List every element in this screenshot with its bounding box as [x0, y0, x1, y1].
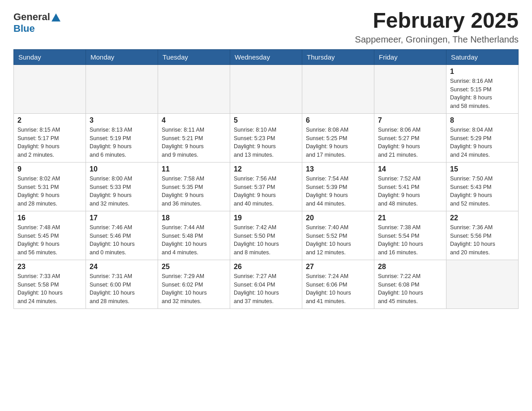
day-number: 4 [162, 116, 226, 124]
calendar-cell: 28Sunrise: 7:22 AMSunset: 6:08 PMDayligh… [374, 260, 446, 308]
day-number: 17 [90, 214, 154, 222]
day-number: 26 [234, 263, 298, 271]
day-number: 11 [162, 165, 226, 173]
calendar-week-row: 1Sunrise: 8:16 AMSunset: 5:15 PMDaylight… [14, 64, 519, 113]
calendar-cell: 21Sunrise: 7:38 AMSunset: 5:54 PMDayligh… [374, 211, 446, 260]
weekday-header-sunday: Sunday [14, 49, 86, 64]
day-number: 8 [450, 116, 515, 124]
day-number: 21 [378, 214, 442, 222]
day-number: 23 [17, 263, 82, 271]
calendar-cell [446, 260, 519, 308]
calendar-cell: 2Sunrise: 8:15 AMSunset: 5:17 PMDaylight… [14, 113, 86, 162]
day-info: Sunrise: 8:11 AMSunset: 5:21 PMDaylight:… [162, 126, 226, 159]
day-number: 18 [162, 214, 226, 222]
calendar-week-row: 23Sunrise: 7:33 AMSunset: 5:58 PMDayligh… [14, 260, 519, 308]
calendar-cell: 5Sunrise: 8:10 AMSunset: 5:23 PMDaylight… [230, 113, 302, 162]
calendar-cell [14, 64, 86, 113]
day-info: Sunrise: 7:33 AMSunset: 5:58 PMDaylight:… [17, 272, 82, 306]
day-number: 10 [90, 165, 154, 173]
weekday-header-friday: Friday [374, 49, 446, 64]
day-info: Sunrise: 7:52 AMSunset: 5:41 PMDaylight:… [378, 175, 442, 208]
day-info: Sunrise: 8:02 AMSunset: 5:31 PMDaylight:… [17, 175, 82, 208]
day-info: Sunrise: 7:56 AMSunset: 5:37 PMDaylight:… [234, 175, 298, 208]
logo-triangle-icon [51, 13, 60, 21]
day-number: 13 [306, 165, 370, 173]
calendar-cell: 25Sunrise: 7:29 AMSunset: 6:02 PMDayligh… [158, 260, 230, 308]
weekday-header-monday: Monday [86, 49, 158, 64]
day-info: Sunrise: 7:24 AMSunset: 6:06 PMDaylight:… [306, 272, 370, 306]
logo-general: General [13, 11, 60, 23]
calendar-cell: 9Sunrise: 8:02 AMSunset: 5:31 PMDaylight… [14, 162, 86, 211]
day-number: 27 [306, 263, 370, 271]
calendar-cell [86, 64, 158, 113]
day-number: 12 [234, 165, 298, 173]
calendar-cell: 10Sunrise: 8:00 AMSunset: 5:33 PMDayligh… [86, 162, 158, 211]
day-number: 28 [378, 263, 442, 271]
day-info: Sunrise: 7:22 AMSunset: 6:08 PMDaylight:… [378, 272, 442, 306]
day-number: 24 [90, 263, 154, 271]
calendar-cell: 7Sunrise: 8:06 AMSunset: 5:27 PMDaylight… [374, 113, 446, 162]
calendar-cell [374, 64, 446, 113]
calendar-cell: 3Sunrise: 8:13 AMSunset: 5:19 PMDaylight… [86, 113, 158, 162]
weekday-header-wednesday: Wednesday [230, 49, 302, 64]
weekday-header-saturday: Saturday [446, 49, 519, 64]
day-info: Sunrise: 8:10 AMSunset: 5:23 PMDaylight:… [234, 126, 298, 159]
calendar-cell [302, 64, 374, 113]
calendar-cell: 16Sunrise: 7:48 AMSunset: 5:45 PMDayligh… [14, 211, 86, 260]
calendar-header-row: SundayMondayTuesdayWednesdayThursdayFrid… [14, 49, 519, 64]
day-info: Sunrise: 7:31 AMSunset: 6:00 PMDaylight:… [90, 272, 154, 306]
day-number: 14 [378, 165, 442, 173]
logo: General Blue [13, 9, 60, 34]
calendar-cell: 8Sunrise: 8:04 AMSunset: 5:29 PMDaylight… [446, 113, 519, 162]
logo-blue-text: Blue [13, 23, 35, 34]
day-number: 15 [450, 165, 515, 173]
day-number: 19 [234, 214, 298, 222]
day-info: Sunrise: 7:54 AMSunset: 5:39 PMDaylight:… [306, 175, 370, 208]
day-info: Sunrise: 8:04 AMSunset: 5:29 PMDaylight:… [450, 126, 515, 159]
calendar-cell: 6Sunrise: 8:08 AMSunset: 5:25 PMDaylight… [302, 113, 374, 162]
calendar-week-row: 16Sunrise: 7:48 AMSunset: 5:45 PMDayligh… [14, 211, 519, 260]
calendar-cell: 23Sunrise: 7:33 AMSunset: 5:58 PMDayligh… [14, 260, 86, 308]
day-info: Sunrise: 7:27 AMSunset: 6:04 PMDaylight:… [234, 272, 298, 306]
calendar-cell [230, 64, 302, 113]
day-number: 9 [17, 165, 82, 173]
weekday-header-tuesday: Tuesday [158, 49, 230, 64]
calendar-cell: 1Sunrise: 8:16 AMSunset: 5:15 PMDaylight… [446, 64, 519, 113]
day-info: Sunrise: 7:44 AMSunset: 5:48 PMDaylight:… [162, 223, 226, 257]
day-info: Sunrise: 7:40 AMSunset: 5:52 PMDaylight:… [306, 223, 370, 257]
day-number: 20 [306, 214, 370, 222]
day-info: Sunrise: 7:42 AMSunset: 5:50 PMDaylight:… [234, 223, 298, 257]
day-info: Sunrise: 7:36 AMSunset: 5:56 PMDaylight:… [450, 223, 515, 257]
day-number: 1 [450, 68, 515, 76]
subtitle: Sappemeer, Groningen, The Netherlands [355, 34, 519, 45]
title-area: February 2025 Sappemeer, Groningen, The … [355, 9, 519, 45]
day-number: 3 [90, 116, 154, 124]
calendar-week-row: 9Sunrise: 8:02 AMSunset: 5:31 PMDaylight… [14, 162, 519, 211]
day-info: Sunrise: 7:46 AMSunset: 5:46 PMDaylight:… [90, 223, 154, 257]
calendar-cell: 24Sunrise: 7:31 AMSunset: 6:00 PMDayligh… [86, 260, 158, 308]
calendar-cell: 17Sunrise: 7:46 AMSunset: 5:46 PMDayligh… [86, 211, 158, 260]
calendar-cell: 15Sunrise: 7:50 AMSunset: 5:43 PMDayligh… [446, 162, 519, 211]
day-number: 16 [17, 214, 82, 222]
calendar-cell: 13Sunrise: 7:54 AMSunset: 5:39 PMDayligh… [302, 162, 374, 211]
day-number: 2 [17, 116, 82, 124]
day-info: Sunrise: 8:06 AMSunset: 5:27 PMDaylight:… [378, 126, 442, 159]
day-info: Sunrise: 8:13 AMSunset: 5:19 PMDaylight:… [90, 126, 154, 159]
day-number: 22 [450, 214, 515, 222]
day-number: 6 [306, 116, 370, 124]
day-info: Sunrise: 8:00 AMSunset: 5:33 PMDaylight:… [90, 175, 154, 208]
day-info: Sunrise: 7:38 AMSunset: 5:54 PMDaylight:… [378, 223, 442, 257]
calendar-week-row: 2Sunrise: 8:15 AMSunset: 5:17 PMDaylight… [14, 113, 519, 162]
calendar-cell: 18Sunrise: 7:44 AMSunset: 5:48 PMDayligh… [158, 211, 230, 260]
weekday-header-thursday: Thursday [302, 49, 374, 64]
calendar-cell: 19Sunrise: 7:42 AMSunset: 5:50 PMDayligh… [230, 211, 302, 260]
day-info: Sunrise: 8:08 AMSunset: 5:25 PMDaylight:… [306, 126, 370, 159]
header: General Blue February 2025 Sappemeer, Gr… [13, 9, 519, 45]
calendar-cell: 4Sunrise: 8:11 AMSunset: 5:21 PMDaylight… [158, 113, 230, 162]
day-info: Sunrise: 7:50 AMSunset: 5:43 PMDaylight:… [450, 175, 515, 208]
day-number: 7 [378, 116, 442, 124]
day-number: 25 [162, 263, 226, 271]
calendar-cell: 22Sunrise: 7:36 AMSunset: 5:56 PMDayligh… [446, 211, 519, 260]
day-info: Sunrise: 7:58 AMSunset: 5:35 PMDaylight:… [162, 175, 226, 208]
calendar-cell: 26Sunrise: 7:27 AMSunset: 6:04 PMDayligh… [230, 260, 302, 308]
